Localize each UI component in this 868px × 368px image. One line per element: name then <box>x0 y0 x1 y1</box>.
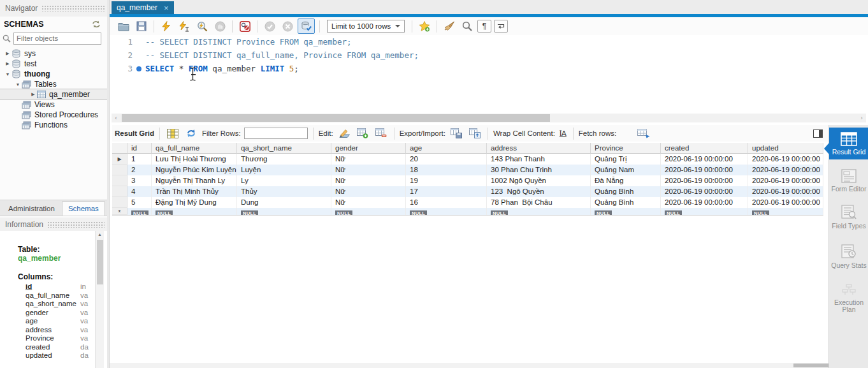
grid-cell[interactable]: 2 <box>127 165 152 175</box>
grid-cell[interactable]: Quảng Nam <box>591 165 661 175</box>
column-header-updated[interactable]: updated <box>748 143 823 154</box>
scrollbar-thumb[interactable] <box>122 114 550 122</box>
add-row-button[interactable] <box>355 126 370 141</box>
tree-item-views[interactable]: Views <box>0 99 107 110</box>
grid-cell[interactable]: Nữ <box>331 154 406 165</box>
tab-schemas[interactable]: Schemas <box>62 202 105 216</box>
export-recordset-button[interactable] <box>449 126 464 141</box>
grid-cell[interactable]: 2020-06-19 00:00:00 <box>661 175 748 186</box>
column-header-created[interactable]: created <box>661 143 748 154</box>
rollback-button[interactable] <box>280 18 295 34</box>
grid-cell[interactable]: Quảng Bình <box>591 186 661 197</box>
execute-script-button[interactable] <box>159 18 174 34</box>
scrollbar-thumb[interactable] <box>97 240 103 284</box>
grid-row-5[interactable]: 5 Đặng Thị Mỹ Dung Dung Nữ 16 78 Phan Bộ… <box>112 197 823 208</box>
edit-record-button[interactable] <box>336 126 352 141</box>
refresh-results-button[interactable] <box>184 126 199 141</box>
scroll-right-arrow-icon[interactable]: › <box>857 115 866 121</box>
grid-new-row[interactable]: * NULL NULL NULL NULL NULL NULL NULL NUL… <box>112 208 823 216</box>
column-header-province[interactable]: Province <box>591 143 661 154</box>
execute-current-statement-button[interactable] <box>177 18 192 34</box>
grid-cell[interactable]: 4 <box>127 186 152 197</box>
stop-query-button[interactable] <box>212 18 228 34</box>
collapse-arrow-icon[interactable]: ▼ <box>14 82 22 87</box>
grid-cell[interactable]: 2020-06-19 00:00:00 <box>661 186 748 197</box>
grid-cell[interactable]: 1 <box>127 154 152 165</box>
column-header-qa-short-name[interactable]: qa_short_name <box>237 143 331 154</box>
grid-cell[interactable]: 2020-06-19 00:00:00 <box>661 165 748 175</box>
grid-row-2[interactable]: 2 Nguyễn Phúc Kim Luyện Luyện Nữ 18 30 P… <box>112 165 823 175</box>
grid-row-3[interactable]: 3 Nguyễn Thị Thanh Ly Ly Nữ 19 1002 Ngô … <box>112 175 823 186</box>
expand-arrow-icon[interactable]: ▶ <box>4 61 11 66</box>
expand-arrow-icon[interactable]: ▶ <box>4 51 11 56</box>
refresh-schemas-icon[interactable] <box>92 20 101 28</box>
grid-cell[interactable]: Luyện <box>237 165 331 175</box>
tree-item-thuong[interactable]: ▼ thuong <box>0 69 107 79</box>
tree-item-functions[interactable]: Functions <box>0 120 107 130</box>
scroll-up-arrow-icon[interactable]: ▲ <box>96 231 104 239</box>
tab-qa-member[interactable]: qa_member × <box>112 1 174 14</box>
delete-row-button[interactable] <box>373 126 389 141</box>
expand-arrow-icon[interactable]: ▶ <box>29 92 37 97</box>
explain-plan-button[interactable] <box>194 18 210 34</box>
grid-cell[interactable]: Thương <box>237 154 331 165</box>
grid-cell[interactable]: Ly <box>237 175 331 186</box>
save-snippet-button[interactable] <box>417 18 432 34</box>
grid-cell[interactable]: Dung <box>237 197 331 208</box>
collapse-arrow-icon[interactable]: ▼ <box>4 72 11 77</box>
bottom-horizontal-scrollbar[interactable] <box>110 363 868 368</box>
grid-cell[interactable]: 143 Phan Thanh <box>487 154 591 165</box>
column-header-address[interactable]: address <box>487 143 591 154</box>
panel-item-execution-plan[interactable]: Execution Plan <box>829 279 868 317</box>
grid-cell[interactable]: Đà Nẵng <box>591 175 661 186</box>
panel-item-query-stats[interactable]: Query Stats <box>829 240 868 273</box>
grid-cell[interactable]: Nguyễn Phúc Kim Luyện <box>152 165 237 175</box>
grid-cell[interactable]: 78 Phan Bội Châu <box>487 197 591 208</box>
grid-cell[interactable]: 19 <box>406 175 487 186</box>
beautify-sql-button[interactable] <box>442 18 457 34</box>
grid-cell[interactable]: 17 <box>406 186 487 197</box>
wrap-text-button[interactable] <box>494 20 508 33</box>
fetch-more-rows-button[interactable] <box>636 126 651 141</box>
grid-cell[interactable]: 16 <box>406 197 487 208</box>
column-header-gender[interactable]: gender <box>331 143 406 154</box>
open-script-button[interactable] <box>116 18 131 34</box>
grid-cell[interactable]: Đặng Thị Mỹ Dung <box>152 197 237 208</box>
tree-item-qa-member[interactable]: ▶ qa_member <box>0 89 107 99</box>
maximize-panel-button[interactable] <box>810 126 825 141</box>
save-script-button[interactable] <box>134 18 149 34</box>
grid-cell[interactable]: Quảng Bình <box>591 197 661 208</box>
scroll-left-arrow-icon[interactable]: ‹ <box>112 115 120 121</box>
grid-cell[interactable]: 2020-06-19 00:00:00 <box>661 197 748 208</box>
grid-cell[interactable]: Trần Thị Minh Thủy <box>152 186 237 197</box>
grid-cell[interactable]: Nữ <box>331 186 406 197</box>
grid-cell[interactable]: 18 <box>406 165 487 175</box>
toggle-autocommit-button[interactable] <box>298 18 315 34</box>
sql-editor[interactable]: 1 -- SELECT DISTINCT Province FROM qa_me… <box>110 35 868 112</box>
import-records-button[interactable] <box>467 126 482 141</box>
grid-cell[interactable]: Lưu Thị Hoài Thương <box>152 154 237 165</box>
grid-columns-icon[interactable] <box>165 126 180 141</box>
grid-cell[interactable]: 2020-06-19 00:00:00 <box>748 197 823 208</box>
commit-button[interactable] <box>262 18 277 34</box>
tree-item-sys[interactable]: ▶ sys <box>0 48 107 59</box>
grid-cell[interactable]: Thủy <box>237 186 331 197</box>
grid-row-4[interactable]: 4 Trần Thị Minh Thủy Thủy Nữ 17 123 Ngô … <box>112 186 823 197</box>
panel-item-form-editor[interactable]: Form Editor <box>829 165 868 196</box>
grid-cell[interactable]: 20 <box>406 154 487 165</box>
grid-cell[interactable]: Nữ <box>331 197 406 208</box>
grid-cell[interactable]: 2020-06-19 00:00:00 <box>748 165 823 175</box>
grid-cell[interactable]: 2020-06-19 00:00:00 <box>748 186 823 197</box>
column-header-age[interactable]: age <box>406 143 487 154</box>
grid-cell[interactable]: 1002 Ngô Quyền <box>487 175 591 186</box>
grid-cell[interactable]: 2020-06-19 00:00:00 <box>748 154 823 165</box>
filter-objects-input[interactable] <box>13 33 101 45</box>
column-header-qa-full-name[interactable]: qa_full_name <box>152 143 237 154</box>
grid-cell[interactable]: 5 <box>127 197 152 208</box>
grid-cell[interactable]: Nữ <box>331 165 406 175</box>
panel-item-result-grid[interactable]: Result Grid <box>829 128 868 159</box>
show-invisible-characters-button[interactable]: ¶ <box>477 20 491 33</box>
info-scrollbar[interactable]: ▲ <box>95 231 104 368</box>
tree-item-stored-procedures[interactable]: Stored Procedures <box>0 110 107 120</box>
wrap-cell-content-button[interactable]: ĪA <box>558 129 568 137</box>
